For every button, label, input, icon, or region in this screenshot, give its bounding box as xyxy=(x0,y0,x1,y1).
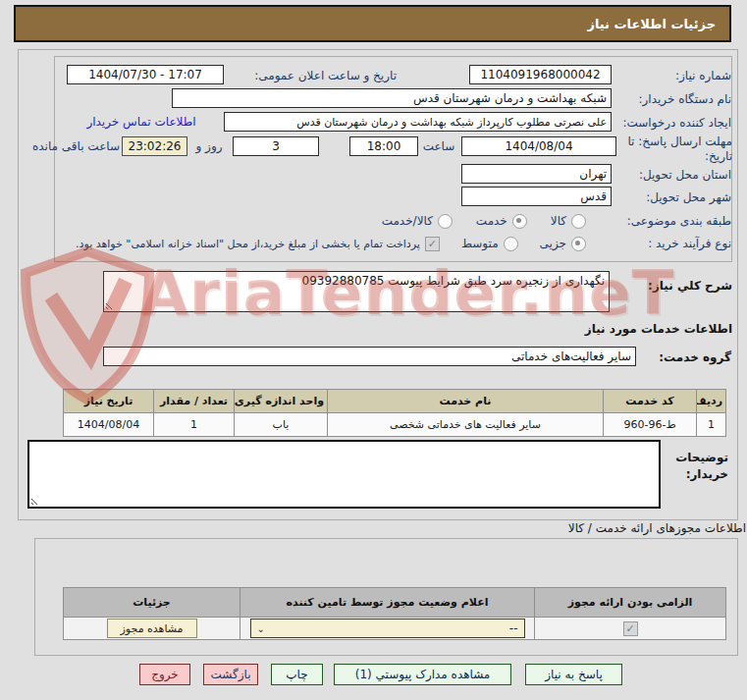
radio-service-icon[interactable] xyxy=(512,214,527,229)
view-attachments-button[interactable]: مشاهده مدارک پیوستي (1) xyxy=(334,664,511,685)
category-option-service-label: خدمت xyxy=(476,214,507,228)
cell-service-code: ط-96-960 xyxy=(604,413,697,437)
permits-table-header-row: الزامی بودن ارائه مجوز اعلام وضعیت مجوز … xyxy=(64,588,726,618)
services-table: ردیف کد خدمت نام خدمت واحد اندازه گیری ت… xyxy=(64,389,726,436)
request-creator-field[interactable] xyxy=(224,112,612,132)
resize-grip-icon[interactable] xyxy=(105,299,116,310)
services-section-title: اطلاعات خدمات مورد نیاز xyxy=(587,322,732,336)
need-details-page: { "title_bar": { "title": "جزئیات اطلاعا… xyxy=(0,0,747,700)
back-button[interactable]: بازگشت xyxy=(203,664,258,685)
view-permit-button[interactable]: مشاهده مجوز xyxy=(107,619,197,638)
services-table-header-row: ردیف کد خدمت نام خدمت واحد اندازه گیری ت… xyxy=(64,390,726,413)
permit-status-value: -- xyxy=(509,621,518,635)
col-header-unit: واحد اندازه گیری xyxy=(235,390,328,413)
treasury-note-label: پرداخت تمام یا بخشی از مبلغ خرید،از محل … xyxy=(76,238,420,250)
category-option-goods-service-label: کالا/خدمت xyxy=(382,214,433,228)
col-header-need-date: تاریخ نیاز xyxy=(64,390,154,413)
deadline-date-field[interactable] xyxy=(461,136,616,156)
need-number-label: شماره نیاز: xyxy=(601,69,731,82)
process-option-minor[interactable]: جزیی xyxy=(540,237,586,251)
category-option-service[interactable]: خدمت xyxy=(476,214,527,229)
print-button[interactable]: چاپ xyxy=(271,664,323,685)
cell-unit: باب xyxy=(235,413,328,437)
treasury-checkbox-icon[interactable]: ✓ xyxy=(425,237,440,251)
process-option-medium[interactable]: متوسط xyxy=(461,237,518,251)
exit-button[interactable]: خروج xyxy=(139,664,190,685)
deadline-label: مهلت ارسال پاسخ: تا تاریخ: xyxy=(614,135,732,164)
permits-table: الزامی بودن ارائه مجوز اعلام وضعیت مجوز … xyxy=(64,587,726,639)
deadline-time-field[interactable] xyxy=(349,136,418,156)
buyer-notes-textarea[interactable] xyxy=(27,440,661,509)
need-number-field[interactable] xyxy=(469,65,612,84)
chevron-down-icon: ⌄ xyxy=(257,623,265,634)
category-label: طبقه بندی موضوعی: xyxy=(586,214,731,228)
col-header-details: جزئیات xyxy=(64,588,240,618)
radio-minor-icon[interactable] xyxy=(571,237,586,251)
service-group-field[interactable] xyxy=(103,347,636,366)
permit-required-checkbox-icon[interactable]: ✓ xyxy=(623,621,638,636)
days-and-label: روز و xyxy=(188,139,230,153)
service-group-label: گروه خدمت: xyxy=(636,350,731,364)
cell-need-date: 1404/08/04 xyxy=(64,413,154,437)
category-option-goods[interactable]: کالا xyxy=(551,214,586,229)
countdown-timer: 23:02:26 xyxy=(122,136,187,156)
respond-to-need-button[interactable]: پاسخ به نیاز xyxy=(525,664,622,685)
col-header-row-number: ردیف xyxy=(697,390,726,413)
radio-medium-icon[interactable] xyxy=(504,237,518,251)
title-bar: جزئیات اطلاعات نیاز xyxy=(14,5,731,42)
category-option-goods-label: کالا xyxy=(551,214,566,228)
permits-section-title: اطلاعات مجوزهای ارائه خدمت / کالا xyxy=(492,521,746,535)
remaining-days-field[interactable] xyxy=(233,136,319,156)
col-header-service-code: کد خدمت xyxy=(604,390,697,413)
resize-grip-icon[interactable] xyxy=(30,495,41,506)
city-field[interactable] xyxy=(461,187,612,206)
cell-service-name: سایر فعالیت های خدماتی شخصی xyxy=(328,413,604,437)
services-table-row: 1 ط-96-960 سایر فعالیت های خدماتی شخصی ب… xyxy=(64,413,726,437)
cell-quantity: 1 xyxy=(154,413,235,437)
need-description-textarea[interactable]: نگهداری از زنجیره سرد طبق شرایط پیوست 09… xyxy=(103,271,610,312)
treasury-payment-option[interactable]: ✓ پرداخت تمام یا بخشی از مبلغ خرید،از مح… xyxy=(76,237,440,251)
category-option-goods-service[interactable]: کالا/خدمت xyxy=(382,214,453,229)
process-type-radio-group: جزیی متوسط ✓ پرداخت تمام یا بخشی از مبلغ… xyxy=(29,235,586,252)
permit-status-select[interactable]: -- ⌄ xyxy=(250,619,525,638)
col-header-service-name: نام خدمت xyxy=(328,390,604,413)
announce-datetime-label: تاریخ و ساعت اعلان عمومی: xyxy=(230,69,397,82)
need-description-label: شرح کلي نیاز: xyxy=(611,279,732,293)
permits-table-row: ✓ -- ⌄ مشاهده مجوز xyxy=(64,618,726,640)
hours-remaining-label: ساعت باقی مانده xyxy=(26,139,120,153)
buyer-org-field[interactable] xyxy=(172,88,612,108)
process-option-minor-label: جزیی xyxy=(540,237,566,250)
col-header-permit-required: الزامی بودن ارائه مجوز xyxy=(535,588,726,618)
cell-row-number: 1 xyxy=(697,413,726,437)
buyer-contact-link[interactable]: اطلاعات تماس خریدار xyxy=(83,115,199,129)
cell-permit-status: -- ⌄ xyxy=(240,618,535,640)
deadline-time-label: ساعت xyxy=(420,139,457,153)
cell-permit-required: ✓ xyxy=(535,618,726,640)
category-radio-group: کالا خدمت کالا/خدمت xyxy=(339,212,586,230)
announce-datetime-field[interactable] xyxy=(67,65,224,84)
radio-goods-icon[interactable] xyxy=(571,214,586,229)
process-type-label: نوع فرآیند خرید : xyxy=(589,237,731,250)
page-title: جزئیات اطلاعات نیاز xyxy=(587,17,716,31)
buyer-notes-label: توضیحات خریدار: xyxy=(660,450,728,483)
province-field[interactable] xyxy=(461,164,612,184)
col-header-quantity: تعداد / مقدار xyxy=(154,390,235,413)
process-option-medium-label: متوسط xyxy=(461,237,499,250)
cell-details: مشاهده مجوز xyxy=(64,618,240,640)
radio-goods-service-icon[interactable] xyxy=(438,214,453,229)
col-header-permit-status: اعلام وضعیت مجوز توسط تامین کننده xyxy=(240,588,535,618)
